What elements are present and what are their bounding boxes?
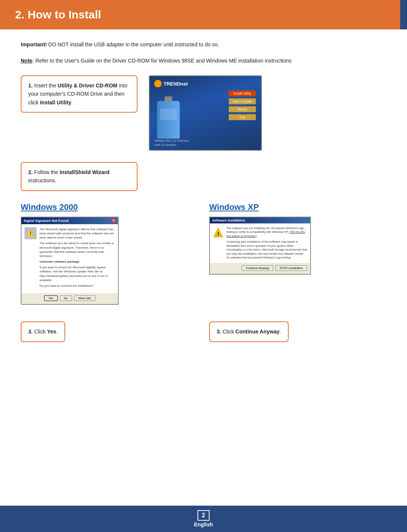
note-label: Note bbox=[21, 58, 32, 64]
usb-illustration bbox=[157, 101, 180, 139]
note-block: Note: Refer to the User's Guide on the D… bbox=[21, 57, 386, 65]
step1-box: 1. Insert the Utility & Driver CD-ROM in… bbox=[21, 75, 138, 113]
winxp-warning-icon: ! bbox=[213, 227, 223, 238]
win2000-question: Do you want to continue the installation… bbox=[40, 284, 115, 288]
cd-menu-buttons: Install Utility User's Guide Bonus Exit bbox=[229, 90, 256, 120]
step2-row: 2. Follow the InstallShield Wizard instr… bbox=[21, 162, 386, 191]
windows2000-heading: Windows 2000 bbox=[21, 202, 198, 212]
cd-btn-guide: User's Guide bbox=[229, 98, 256, 104]
step3-row: 3. Click Yes. 3. Click Continue Anyway. bbox=[21, 321, 386, 342]
cd-caption: 54Mbps 802.11a WirelessUSB 2.0 Adapter bbox=[154, 139, 189, 147]
step3-win2000-bold: Yes bbox=[47, 329, 56, 335]
step1-text: 1. Insert the Utility & Driver CD-ROM in… bbox=[28, 81, 130, 107]
trendnet-logo-icon bbox=[154, 80, 162, 87]
win2000-dialog-body: ⚠️ The Microsoft digital signature affir… bbox=[21, 224, 118, 293]
page-footer: 2 English bbox=[0, 506, 407, 532]
step3-winxp-box: 3. Click Continue Anyway. bbox=[209, 321, 289, 342]
step2-bold: InstallShield Wizard bbox=[60, 169, 109, 175]
trendnet-logo: TRENDnet bbox=[154, 80, 188, 87]
step2-box: 2. Follow the InstallShield Wizard instr… bbox=[21, 162, 138, 191]
win2000-pkg-name: Unknown software package bbox=[40, 260, 115, 264]
step3-winxp-col: 3. Click Continue Anyway. bbox=[209, 321, 386, 342]
step3-win2000-box: 3. Click Yes. bbox=[21, 321, 65, 342]
footer-language: English bbox=[194, 521, 213, 527]
main-content: Important! DO NOT install the USB adapte… bbox=[0, 41, 407, 342]
win2000-text-2: The software you are about to install do… bbox=[40, 241, 115, 258]
important-text: DO NOT install the USB adapter in the co… bbox=[47, 41, 219, 47]
winxp-continue-btn[interactable]: Continue Anyway bbox=[242, 265, 273, 271]
win2000-close-icon: ✕ bbox=[111, 219, 116, 223]
winxp-stop-btn[interactable]: STOP Installation bbox=[275, 265, 307, 271]
win2000-dialog-titlebar: Digital Signature Not Found ✕ bbox=[21, 217, 118, 224]
win2000-text-1: The Microsoft digital signature affirms … bbox=[40, 227, 115, 240]
win2000-no-btn[interactable]: No bbox=[60, 295, 72, 301]
step3-winxp-text: 3. Click Continue Anyway. bbox=[217, 327, 281, 336]
step3-winxp-bold: Continue Anyway bbox=[236, 329, 280, 335]
windows-row: Windows 2000 Digital Signature Not Found… bbox=[21, 202, 386, 310]
cd-btn-exit: Exit bbox=[229, 114, 256, 120]
winxp-dialog-title: Software Installation bbox=[212, 219, 245, 222]
winxp-text: The software you are installing has not … bbox=[226, 226, 307, 260]
win2000-dialog-text: The Microsoft digital signature affirms … bbox=[40, 227, 115, 288]
step3-winxp-number: 3. bbox=[217, 329, 221, 335]
step2-text: 2. Follow the InstallShield Wizard instr… bbox=[28, 168, 130, 185]
win2000-warning-icon: ⚠️ bbox=[24, 227, 37, 239]
step3-win2000-col: 3. Click Yes. bbox=[21, 321, 198, 342]
step2-number: 2. bbox=[28, 169, 33, 175]
step1-bold2: Install Utility bbox=[40, 99, 71, 105]
win2000-dialog-title: Digital Signature Not Found bbox=[24, 219, 69, 223]
step1-row: 1. Insert the Utility & Driver CD-ROM in… bbox=[21, 75, 386, 151]
winxp-buttons: Continue Anyway STOP Installation bbox=[210, 263, 310, 274]
important-label: Important! bbox=[21, 41, 47, 47]
usb-shape bbox=[157, 101, 180, 139]
winxp-warn-text1: The software you are installing has not … bbox=[226, 226, 307, 238]
cd-screenshot: TRENDnet Install Utility User's Guide Bo… bbox=[149, 75, 262, 151]
step3-win2000-number: 3. bbox=[28, 329, 33, 335]
step1-number: 1. bbox=[28, 83, 33, 89]
winxp-link[interactable]: (Tell me why this testing is important.) bbox=[226, 230, 305, 238]
step3-win2000-text: 3. Click Yes. bbox=[28, 327, 58, 336]
win2000-yes-btn[interactable]: Yes bbox=[44, 295, 57, 301]
win2000-text-3: If you want to search for Microsoft digi… bbox=[40, 265, 115, 282]
winxp-dialog: Software Installation ! The software you… bbox=[209, 217, 311, 275]
winxp-warn-text2: Continuing your installation of this sof… bbox=[226, 240, 307, 260]
note-text: : Refer to the User's Guide on the Drive… bbox=[32, 58, 291, 64]
winxp-dialog-titlebar: Software Installation bbox=[210, 217, 310, 223]
cd-btn-install: Install Utility bbox=[229, 90, 256, 96]
win2000-dialog-buttons: Yes No More Info bbox=[21, 293, 118, 304]
step1-bold1: Utility & Driver CD-ROM bbox=[58, 83, 118, 89]
page-title: 2. How to Install bbox=[15, 8, 101, 21]
cd-btn-bonus: Bonus bbox=[229, 106, 256, 112]
trendnet-brand: TRENDnet bbox=[164, 81, 188, 87]
header-bar: 2. How to Install bbox=[0, 0, 407, 29]
page-number: 2 bbox=[197, 510, 210, 521]
winxp-dialog-body: ! The software you are installing has no… bbox=[210, 223, 310, 263]
win2000-icon-row: ⚠️ The Microsoft digital signature affir… bbox=[24, 227, 115, 288]
windowsxp-heading: Windows XP bbox=[209, 202, 386, 212]
windowsxp-col: Windows XP Software Installation ! The s… bbox=[209, 202, 386, 280]
windows2000-col: Windows 2000 Digital Signature Not Found… bbox=[21, 202, 198, 310]
svg-text:!: ! bbox=[217, 231, 219, 237]
win2000-moreinfo-btn[interactable]: More Info bbox=[74, 295, 95, 301]
win2000-dialog: Digital Signature Not Found ✕ ⚠️ The Mic… bbox=[21, 217, 119, 305]
important-block: Important! DO NOT install the USB adapte… bbox=[21, 41, 386, 49]
